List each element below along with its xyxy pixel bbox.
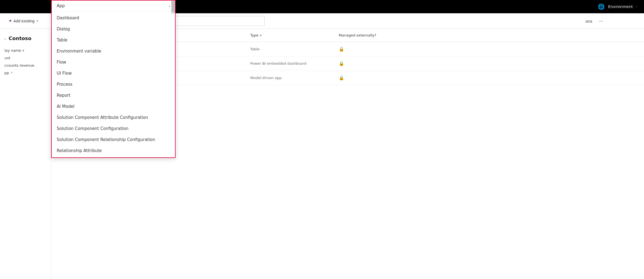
lock-icon: 🔒: [339, 75, 344, 80]
dropdown-item-process[interactable]: Process: [52, 79, 175, 90]
dropdown-items: Dashboard Dialog Table Environment varia…: [52, 11, 175, 157]
dropdown-item-environment-variable[interactable]: Environment variable: [52, 46, 175, 57]
lock-icon: 🔒: [339, 61, 344, 66]
sidebar-items: lay name ∨ unt ccounts revenue pp ↗: [3, 47, 48, 77]
sidebar-title[interactable]: › Contoso: [3, 33, 48, 43]
add-existing-button[interactable]: + Add existing ∨: [6, 16, 42, 25]
environment-dot: ·: [636, 4, 637, 9]
sidebar-title-text: Contoso: [9, 35, 31, 41]
search-bar[interactable]: [162, 16, 265, 26]
environment-label: Environment: [608, 4, 633, 9]
row-type-powerbi: Power BI embedded dashboard: [250, 61, 339, 66]
dropdown-item-ai-model[interactable]: AI Model: [52, 101, 175, 112]
type-column-header[interactable]: Type ∨: [250, 33, 339, 37]
row-type-model-driven: Model-driven app: [250, 76, 339, 80]
app-label: pp: [4, 71, 9, 75]
row-managed-accounts-revenue: 🔒: [339, 61, 638, 66]
add-existing-label: Add existing: [14, 19, 35, 23]
solutions-label: ons: [585, 19, 592, 24]
dropdown-app-header[interactable]: App ›: [52, 1, 175, 11]
type-header-chevron: ∨: [260, 33, 262, 37]
dropdown-item-ui-flow[interactable]: UI Flow: [52, 68, 175, 79]
row-managed-unt: 🔒: [339, 46, 638, 52]
dropdown-item-report[interactable]: Report: [52, 90, 175, 101]
row-type-table: Table: [250, 47, 339, 51]
dropdown-item-table[interactable]: Table: [52, 35, 175, 46]
search-input[interactable]: [165, 19, 262, 23]
dropdown-item-flow[interactable]: Flow: [52, 57, 175, 68]
managed-header-label: Managed externally?: [339, 33, 376, 37]
type-header-label: Type: [250, 33, 259, 37]
lock-icon: 🔒: [339, 46, 344, 52]
globe-icon: 🌐: [598, 3, 605, 10]
app-header-chevron: ›: [169, 4, 170, 8]
sidebar-item-unt[interactable]: unt: [3, 54, 48, 62]
display-name-chevron: ∨: [22, 49, 24, 52]
sidebar-item-app[interactable]: pp ↗: [3, 69, 48, 77]
top-bar-right: 🌐 Environment ·: [598, 3, 637, 10]
accounts-revenue-label: ccounts revenue: [4, 63, 34, 67]
dropdown-item-solution-component-attribute-config[interactable]: Solution Component Attribute Configurati…: [52, 112, 175, 123]
display-name-label: lay name: [4, 48, 21, 53]
dropdown-item-dashboard[interactable]: Dashboard: [52, 12, 175, 24]
dropdown-item-solution-component-config[interactable]: Solution Component Configuration: [52, 123, 175, 134]
dropdown-item-dialog[interactable]: Dialog: [52, 24, 175, 35]
dropdown-menu: App › Dashboard Dialog Table Environment…: [51, 0, 176, 158]
ellipsis-button[interactable]: ···: [597, 17, 605, 25]
dropdown-item-solution-component-relationship-config[interactable]: Solution Component Relationship Configur…: [52, 134, 175, 145]
sidebar-item-displayname[interactable]: lay name ∨: [3, 47, 48, 54]
plus-icon: +: [9, 18, 12, 24]
app-header-label: App: [57, 3, 65, 8]
unt-label: unt: [4, 56, 11, 60]
add-existing-chevron: ∨: [36, 19, 38, 23]
sidebar-chevron: ›: [4, 37, 6, 41]
app-ext-icon: ↗: [10, 71, 13, 75]
sidebar-item-accounts-revenue[interactable]: ccounts revenue: [3, 62, 48, 69]
managed-column-header: Managed externally?: [339, 33, 638, 37]
dropdown-item-relationship-attribute[interactable]: Relationship Attribute: [52, 145, 175, 156]
sidebar: › Contoso lay name ∨ unt ccounts revenue…: [0, 29, 51, 279]
row-managed-app: 🔒: [339, 75, 638, 80]
